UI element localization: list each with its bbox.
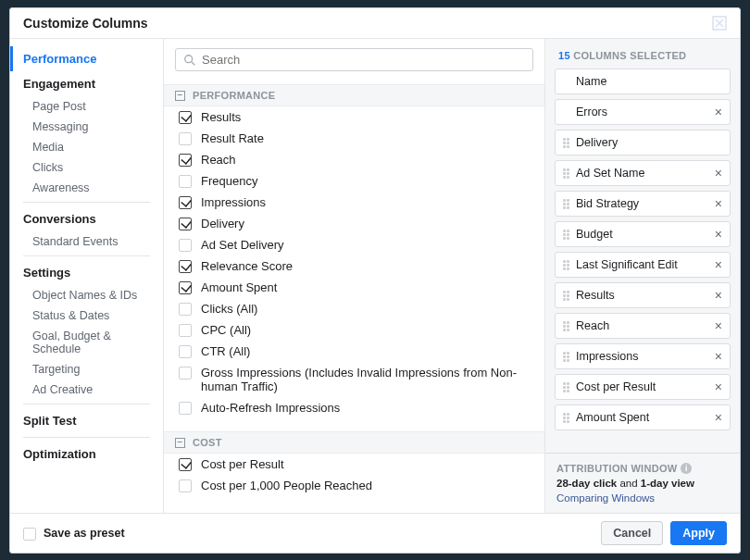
metric-row[interactable]: CTR (All) [164, 341, 544, 362]
drag-handle-icon[interactable] [563, 382, 570, 392]
remove-column-icon[interactable]: × [713, 258, 724, 271]
selected-columns-list[interactable]: Name×Errors×Delivery×Ad Set Name×Bid Str… [545, 68, 740, 453]
sidebar-category[interactable]: Optimization [10, 442, 163, 467]
metric-checkbox[interactable] [179, 458, 192, 471]
remove-column-icon[interactable]: × [713, 197, 724, 210]
remove-column-icon[interactable]: × [713, 228, 724, 241]
sidebar-subcategory[interactable]: Media [10, 137, 163, 157]
sidebar-subcategory[interactable]: Status & Dates [10, 305, 163, 326]
metric-checkbox[interactable] [179, 260, 192, 273]
metric-row[interactable]: Frequency [164, 170, 544, 192]
metric-checkbox[interactable] [179, 345, 192, 358]
remove-column-icon[interactable]: × [713, 380, 724, 393]
close-icon[interactable] [712, 16, 727, 31]
metric-checkbox[interactable] [179, 196, 192, 209]
metric-checkbox[interactable] [179, 218, 192, 230]
metric-row[interactable]: Clicks (All) [164, 298, 544, 319]
metric-row[interactable]: Auto-Refresh Impressions [164, 397, 544, 418]
metric-row[interactable]: Result Rate [164, 128, 544, 149]
selected-column-pill[interactable]: Results× [555, 282, 731, 308]
drag-handle-icon[interactable] [563, 138, 570, 148]
cancel-button[interactable]: Cancel [601, 521, 663, 545]
drag-handle-icon[interactable] [563, 230, 570, 240]
sidebar-subcategory[interactable]: Messaging [10, 117, 163, 137]
metric-row[interactable]: Amount Spent [164, 277, 544, 298]
save-as-preset[interactable]: Save as preset [23, 527, 125, 541]
selected-column-pill[interactable]: Budget× [555, 221, 731, 247]
remove-column-icon[interactable]: × [713, 411, 724, 424]
apply-button[interactable]: Apply [670, 521, 727, 545]
drag-handle-icon[interactable] [563, 352, 570, 362]
remove-column-icon[interactable]: × [713, 350, 724, 363]
metric-checkbox[interactable] [179, 303, 192, 316]
selected-column-pill[interactable]: Ad Set Name× [555, 160, 731, 186]
metric-checkbox[interactable] [179, 324, 192, 337]
metric-checkbox[interactable] [179, 367, 192, 380]
sidebar-category[interactable]: Settings [10, 260, 163, 285]
sidebar-subcategory[interactable]: Goal, Budget & Schedule [10, 326, 163, 359]
sidebar-category[interactable]: Split Test [10, 408, 163, 433]
selected-column-pill[interactable]: Bid Strategy× [555, 191, 731, 217]
metric-label: Ad Set Delivery [201, 238, 284, 252]
selected-column-pill[interactable]: Name× [555, 68, 731, 94]
drag-handle-icon[interactable] [563, 291, 570, 301]
selected-column-pill[interactable]: Cost per Result× [555, 374, 731, 400]
selected-column-pill[interactable]: Amount Spent× [555, 404, 731, 430]
search-icon [183, 54, 196, 67]
sidebar-category[interactable]: Conversions [10, 206, 163, 231]
remove-column-icon[interactable]: × [713, 106, 724, 118]
drag-handle-icon[interactable] [563, 199, 570, 209]
metric-checkbox[interactable] [179, 479, 192, 492]
sidebar-subcategory[interactable]: Object Names & IDs [10, 285, 163, 305]
metric-row[interactable]: Cost per 1,000 People Reached [164, 475, 544, 496]
collapse-icon[interactable]: − [175, 91, 185, 101]
sidebar-subcategory[interactable]: Standard Events [10, 231, 163, 252]
selected-column-pill[interactable]: Errors× [555, 99, 731, 125]
metric-row[interactable]: Delivery [164, 213, 544, 234]
sidebar-subcategory[interactable]: Targeting [10, 359, 163, 380]
metric-checkbox[interactable] [179, 402, 192, 415]
selected-column-pill[interactable]: Last Significant Edit× [555, 252, 731, 278]
remove-column-icon[interactable]: × [713, 289, 724, 302]
metric-checkbox[interactable] [179, 175, 192, 188]
sidebar-divider [23, 255, 150, 256]
metrics-section-header[interactable]: −PERFORMANCE [164, 84, 544, 106]
metric-row[interactable]: Impressions [164, 192, 544, 213]
metric-row[interactable]: Reach [164, 149, 544, 170]
sidebar-category[interactable]: Engagement [10, 71, 163, 96]
metrics-list[interactable]: −PERFORMANCEResultsResult RateReachFrequ… [164, 81, 544, 513]
metric-checkbox[interactable] [179, 132, 192, 145]
search-input[interactable] [202, 53, 525, 67]
drag-handle-icon[interactable] [563, 413, 570, 423]
metric-checkbox[interactable] [179, 154, 192, 167]
metric-row[interactable]: Ad Set Delivery [164, 234, 544, 255]
info-icon[interactable]: i [681, 463, 692, 474]
collapse-icon[interactable]: − [175, 438, 185, 448]
metric-row[interactable]: Cost per Result [164, 454, 544, 475]
drag-handle-icon[interactable] [563, 260, 570, 270]
selected-column-pill[interactable]: Impressions× [555, 343, 731, 369]
sidebar-category[interactable]: Performance [10, 46, 163, 71]
search-box[interactable] [175, 48, 533, 71]
metric-checkbox[interactable] [179, 111, 192, 124]
sidebar-subcategory[interactable]: Clicks [10, 157, 163, 178]
metric-row[interactable]: CPC (All) [164, 319, 544, 341]
remove-column-icon[interactable]: × [713, 167, 724, 180]
sidebar-subcategory[interactable]: Ad Creative [10, 380, 163, 400]
drag-handle-icon[interactable] [563, 321, 570, 331]
sidebar-subcategory[interactable]: Page Post [10, 96, 163, 117]
attribution-text: 28-day click and 1-day view [556, 478, 729, 489]
comparing-windows-link[interactable]: Comparing Windows [556, 492, 655, 504]
metric-row[interactable]: Relevance Score [164, 255, 544, 277]
metric-checkbox[interactable] [179, 239, 192, 252]
selected-column-pill[interactable]: Delivery× [555, 130, 731, 156]
drag-handle-icon[interactable] [563, 168, 570, 179]
metric-row[interactable]: Results [164, 106, 544, 128]
sidebar-subcategory[interactable]: Awareness [10, 178, 163, 198]
save-preset-checkbox[interactable] [23, 528, 36, 541]
selected-column-pill[interactable]: Reach× [555, 313, 731, 339]
metrics-section-header[interactable]: −COST [164, 431, 544, 454]
remove-column-icon[interactable]: × [713, 319, 724, 332]
metric-row[interactable]: Gross Impressions (Includes Invalid Impr… [164, 362, 544, 397]
metric-checkbox[interactable] [179, 281, 192, 294]
